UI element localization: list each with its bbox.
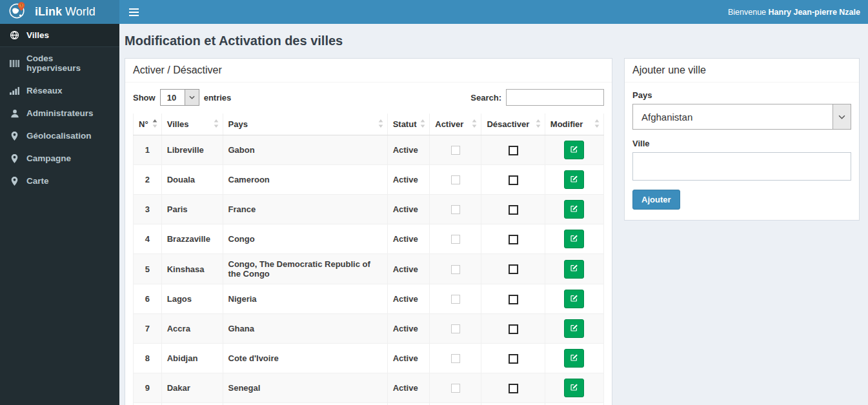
hamburger-menu-icon[interactable]: [119, 0, 148, 24]
sort-icon: [152, 119, 157, 130]
column-header-statut[interactable]: Statut: [387, 114, 430, 135]
sidebar-item-label: Codes hyperviseurs: [26, 54, 110, 73]
sidebar-item-villes[interactable]: Villes: [0, 24, 119, 47]
sidebar-item-label: Villes: [26, 30, 49, 40]
modifier-button[interactable]: [564, 200, 584, 219]
sidebar: VillesCodes hyperviseursRéseauxAdministr…: [0, 24, 119, 405]
cell-statut: Active: [387, 284, 430, 314]
activer-checkbox[interactable]: [451, 384, 460, 393]
cell-pays: Gabon: [223, 135, 387, 165]
table-row: 1LibrevilleGabonActive: [134, 135, 604, 165]
ajouter-button[interactable]: Ajouter: [632, 190, 680, 210]
cell-num: 3: [134, 195, 162, 224]
cell-num: 9: [134, 373, 162, 403]
brand-text: iLink World: [35, 5, 96, 19]
sort-icon: [214, 119, 219, 130]
sidebar-item-codes-hyperviseurs[interactable]: Codes hyperviseurs: [0, 47, 119, 79]
cell-pays: Cameroon: [223, 165, 387, 195]
cell-ville: Brazzaville: [161, 224, 223, 254]
desactiver-checkbox[interactable]: [509, 324, 518, 334]
modifier-button[interactable]: [564, 260, 584, 279]
sort-icon: [594, 119, 600, 130]
navbar: Bienvenue Hanry Jean-pierre Nzale: [119, 0, 868, 24]
ville-label: Ville: [632, 139, 851, 148]
cell-num: 1: [134, 135, 162, 165]
page-title: Modification et Activation des villes: [125, 34, 860, 48]
desactiver-checkbox[interactable]: [509, 175, 518, 185]
column-label: Désactiver: [487, 119, 529, 129]
cell-num: 5: [134, 254, 162, 284]
search-control: Search:: [470, 89, 604, 106]
modifier-button[interactable]: [564, 319, 584, 338]
modifier-button[interactable]: [564, 170, 584, 189]
activer-checkbox[interactable]: [451, 324, 460, 333]
modifier-button[interactable]: [564, 349, 584, 368]
edit-icon: [570, 204, 578, 215]
activer-checkbox[interactable]: [451, 295, 460, 304]
search-label: Search:: [470, 93, 501, 103]
cell-pays: Cote d'Ivoire: [223, 344, 387, 373]
edit-icon: [570, 383, 578, 393]
sidebar-item-carte[interactable]: Carte: [0, 170, 119, 192]
sidebar-item-label: Campagne: [26, 153, 71, 163]
globe-pin-logo-icon: $: [8, 1, 27, 23]
cell-ville: Libreville: [161, 135, 223, 165]
activer-checkbox[interactable]: [451, 235, 460, 244]
ajouter-ville-panel: Ajouter une ville Pays Afghanistan Ville…: [624, 58, 860, 221]
desactiver-checkbox[interactable]: [509, 295, 518, 304]
modifier-button[interactable]: [564, 230, 584, 248]
pays-select-wrap: Afghanistan: [632, 104, 851, 130]
column-header-villes[interactable]: Villes: [161, 114, 223, 135]
column-header-n-[interactable]: N°: [134, 114, 162, 135]
column-header-activer[interactable]: Activer: [430, 114, 481, 135]
globe-icon: [10, 30, 19, 40]
modifier-button[interactable]: [564, 141, 584, 159]
edit-icon: [570, 264, 578, 274]
pays-select[interactable]: Afghanistan: [633, 104, 851, 129]
desactiver-checkbox[interactable]: [509, 264, 518, 274]
table-row: 5KinshasaCongo, The Democratic Republic …: [134, 254, 604, 284]
desactiver-checkbox[interactable]: [509, 384, 518, 393]
page-length-select[interactable]: 10: [161, 90, 199, 105]
cell-statut: Active: [387, 165, 430, 195]
sidebar-item-campagne[interactable]: Campagne: [0, 147, 119, 170]
column-header-modifier[interactable]: Modifier: [545, 114, 603, 135]
activer-desactiver-panel: Activer / Désactiver Show 10 entries: [125, 58, 612, 405]
table-row: 10BamakoMaliActive: [134, 403, 604, 405]
table-row: 7AccraGhanaActive: [134, 314, 604, 344]
activer-checkbox[interactable]: [451, 265, 460, 274]
sidebar-item-g-olocalisation[interactable]: Géolocalisation: [0, 124, 119, 147]
table-row: 6LagosNigeriaActive: [134, 284, 604, 314]
sidebar-item-administrateurs[interactable]: Administrateurs: [0, 102, 119, 124]
modifier-button[interactable]: [564, 290, 584, 308]
desactiver-checkbox[interactable]: [509, 354, 518, 364]
cell-num: 10: [134, 403, 162, 405]
sidebar-item-label: Carte: [26, 176, 49, 186]
sidebar-item-r-seaux[interactable]: Réseaux: [0, 79, 119, 102]
map-marker-icon: [10, 154, 19, 163]
modifier-button[interactable]: [564, 379, 584, 397]
cell-pays: Mali: [223, 403, 387, 405]
brand-logo[interactable]: $ iLink World: [0, 0, 119, 24]
cell-statut: Active: [387, 403, 430, 405]
activer-checkbox[interactable]: [451, 175, 460, 184]
desactiver-checkbox[interactable]: [509, 146, 518, 155]
search-input[interactable]: [506, 89, 604, 106]
cell-num: 7: [134, 314, 162, 344]
sidebar-item-label: Administrateurs: [26, 108, 94, 118]
column-header-pays[interactable]: Pays: [223, 114, 387, 135]
column-label: Activer: [435, 119, 463, 129]
activer-checkbox[interactable]: [451, 354, 460, 363]
pays-label: Pays: [632, 90, 851, 100]
cell-pays: Ghana: [223, 314, 387, 344]
column-header-d-sactiver[interactable]: Désactiver: [481, 114, 545, 135]
activer-checkbox[interactable]: [451, 146, 460, 155]
desactiver-checkbox[interactable]: [509, 235, 518, 244]
edit-icon: [570, 145, 578, 155]
desactiver-checkbox[interactable]: [509, 205, 518, 215]
cell-statut: Active: [387, 195, 430, 224]
cell-pays: Congo: [223, 224, 387, 254]
activer-checkbox[interactable]: [451, 205, 460, 214]
ville-input[interactable]: [632, 152, 851, 181]
cell-ville: Kinshasa: [161, 254, 223, 284]
